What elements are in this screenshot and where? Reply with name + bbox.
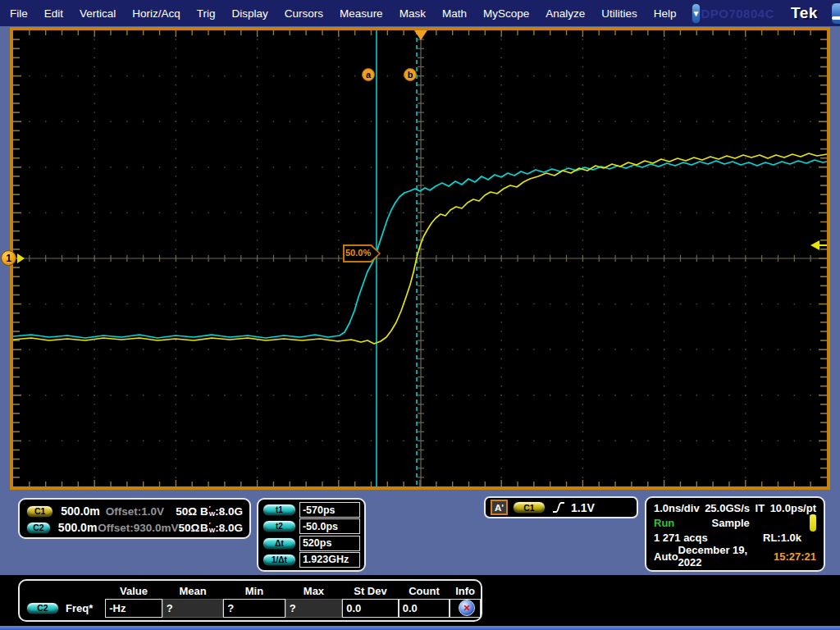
waveform-pin-icon bbox=[810, 514, 816, 532]
time-value: 15:27:21 bbox=[774, 550, 816, 563]
trigger-mode: Auto bbox=[654, 550, 678, 563]
cursor-freq-value[interactable]: 1.923GHz bbox=[299, 552, 360, 568]
meas-min-cell: ? bbox=[223, 599, 285, 618]
channel-1-trace bbox=[13, 153, 827, 344]
taskbar-edge bbox=[0, 626, 840, 630]
chevron-down-icon: ▼ bbox=[692, 9, 701, 18]
date-value: December 19, 2022 bbox=[678, 544, 774, 568]
acq-horizontal-row: 1.0ns/div 25.0GS/s IT 10.0ps/pt bbox=[654, 502, 816, 514]
meas-max-cell: ? bbox=[285, 599, 343, 618]
col-value: Value bbox=[105, 585, 162, 597]
channel1-termination: 50Ω bbox=[176, 505, 200, 518]
cursor-t2-row: t2 -50.0ps bbox=[262, 518, 360, 534]
channel2-termination: 50Ω bbox=[179, 522, 200, 534]
menu-utilities[interactable]: Utilities bbox=[593, 0, 646, 26]
cursor-t1-row: t1 -570ps bbox=[262, 502, 360, 518]
channel-readout-panel: C1 500.0m Offset:1.0V 50Ω B′W:8.0G C2 50… bbox=[18, 498, 251, 539]
interp-mode: IT bbox=[756, 502, 765, 514]
menu-cursors[interactable]: Cursors bbox=[276, 0, 331, 26]
col-max: Max bbox=[285, 585, 343, 597]
sample-rate-value: 25.0GS/s bbox=[705, 502, 750, 514]
menu-measure[interactable]: Measure bbox=[331, 0, 391, 26]
graticule-canvas bbox=[13, 30, 827, 486]
col-stdev: St Dev bbox=[342, 585, 399, 597]
meas-source-button[interactable]: C2 bbox=[26, 602, 59, 614]
model-label: DPO70804C bbox=[701, 7, 774, 21]
measurement-row: C2 Freq* -Hz ? ? ? 0.0 0.0 ✕ bbox=[20, 598, 481, 618]
menu-myscope[interactable]: MyScope bbox=[475, 0, 537, 26]
menu-analyze[interactable]: Analyze bbox=[537, 0, 593, 26]
trigger-a-button[interactable]: A' bbox=[491, 500, 508, 515]
menu-file[interactable]: File bbox=[2, 0, 36, 26]
menu-edit[interactable]: Edit bbox=[36, 0, 71, 26]
measurement-panel: Value Mean Min Max St Dev Count Info C2 … bbox=[18, 579, 482, 622]
acq-count: 1 271 acqs bbox=[654, 532, 708, 544]
cursor-dt-row: Δt 520ps bbox=[262, 536, 360, 551]
cursor-t1-button[interactable]: t1 bbox=[262, 504, 296, 516]
cursor-readout-panel: t1 -570ps t2 -50.0ps Δt 520ps 1/Δt 1.923… bbox=[257, 498, 366, 572]
meas-name: Freq* bbox=[66, 602, 93, 614]
channel1-scale[interactable]: 500.0m bbox=[61, 504, 105, 518]
menu-mask[interactable]: Mask bbox=[391, 0, 434, 26]
cursor-freq-button[interactable]: 1/Δt bbox=[262, 554, 296, 566]
menu-trig[interactable]: Trig bbox=[189, 0, 224, 26]
col-info: Info bbox=[450, 585, 481, 597]
col-min: Min bbox=[223, 585, 285, 597]
meas-mean-cell: ? bbox=[162, 599, 223, 618]
ref-level-tag: 50.0% bbox=[343, 244, 381, 262]
channel2-scale[interactable]: 500.0m bbox=[58, 521, 98, 534]
trigger-source-button[interactable]: C1 bbox=[513, 501, 546, 514]
channel1-bandwidth: B′W:8.0G bbox=[200, 505, 243, 518]
menu-vertical[interactable]: Vertical bbox=[71, 0, 124, 26]
resolution-value: 10.0ps/pt bbox=[770, 502, 816, 514]
minimize-button[interactable] bbox=[831, 2, 840, 25]
cursor-dt-value[interactable]: 520ps bbox=[299, 536, 360, 551]
channel2-button[interactable]: C2 bbox=[26, 522, 51, 534]
channel2-offset: Offset:930.0mV bbox=[98, 522, 178, 534]
trigger-level-arrow[interactable] bbox=[810, 240, 819, 250]
channel2-bandwidth: B′W:8.0G bbox=[200, 522, 243, 534]
meas-info-cell: ✕ bbox=[450, 599, 481, 618]
cursor-t2-value[interactable]: -50.0ps bbox=[299, 518, 360, 534]
channel2-readout: C2 500.0m Offset:930.0mV 50Ω B′W:8.0G bbox=[26, 519, 243, 536]
channel1-button[interactable]: C1 bbox=[26, 505, 53, 518]
cursor-t1-value[interactable]: -570ps bbox=[299, 502, 360, 518]
tek-logo: Tek bbox=[791, 4, 818, 22]
channel1-offset: Offset:1.0V bbox=[106, 505, 176, 518]
minimize-icon bbox=[832, 16, 840, 20]
menu-bar: File Edit Vertical Horiz/Acq Trig Displa… bbox=[0, 0, 840, 26]
acq-count-row: 1 271 acqs RL:1.0k bbox=[654, 532, 816, 544]
info-icon[interactable]: ✕ bbox=[459, 600, 475, 616]
trigger-level-value[interactable]: 1.1V bbox=[571, 501, 595, 514]
menu-horiz-acq[interactable]: Horiz/Acq bbox=[124, 0, 189, 26]
acquisition-panel: 1.0ns/div 25.0GS/s IT 10.0ps/pt Run Samp… bbox=[645, 496, 825, 572]
rising-edge-icon bbox=[551, 500, 566, 515]
menu-help[interactable]: Help bbox=[646, 0, 685, 26]
menu-display[interactable]: Display bbox=[224, 0, 276, 26]
trigger-panel: A' C1 1.1V bbox=[484, 496, 638, 518]
graticule bbox=[13, 30, 827, 486]
acq-state-row: Run Sample bbox=[654, 514, 816, 532]
col-mean: Mean bbox=[162, 585, 223, 597]
col-count: Count bbox=[399, 585, 450, 597]
channel1-position-marker[interactable]: 1 bbox=[1, 250, 25, 266]
record-length: RL:1.0k bbox=[763, 532, 801, 544]
cursor-dt-button[interactable]: Δt bbox=[262, 537, 296, 550]
measurement-header: Value Mean Min Max St Dev Count Info bbox=[20, 583, 481, 598]
meas-value-cell: -Hz bbox=[105, 599, 162, 618]
meas-stdev-cell: 0.0 bbox=[342, 599, 399, 618]
acq-datetime-row: Auto December 19, 2022 15:27:21 bbox=[654, 544, 816, 568]
menu-overflow-button[interactable]: ▼ bbox=[692, 3, 701, 24]
run-status: Run bbox=[654, 517, 674, 529]
cursor-freq-row: 1/Δt 1.923GHz bbox=[262, 552, 360, 568]
right-arrow-icon bbox=[17, 253, 25, 263]
meas-count-cell: 0.0 bbox=[399, 599, 450, 618]
oscilloscope-screen: { "window": { "model_ghost": "DPO70804C"… bbox=[0, 0, 840, 630]
cursor-t2-button[interactable]: t2 bbox=[262, 520, 296, 532]
cursor-a-label[interactable]: a bbox=[362, 68, 375, 81]
timebase-value: 1.0ns/div bbox=[654, 502, 700, 514]
acq-mode: Sample bbox=[712, 517, 773, 529]
menu-math[interactable]: Math bbox=[434, 0, 475, 26]
cursor-b-label[interactable]: b bbox=[404, 68, 417, 81]
channel1-readout: C1 500.0m Offset:1.0V 50Ω B′W:8.0G bbox=[26, 503, 243, 519]
